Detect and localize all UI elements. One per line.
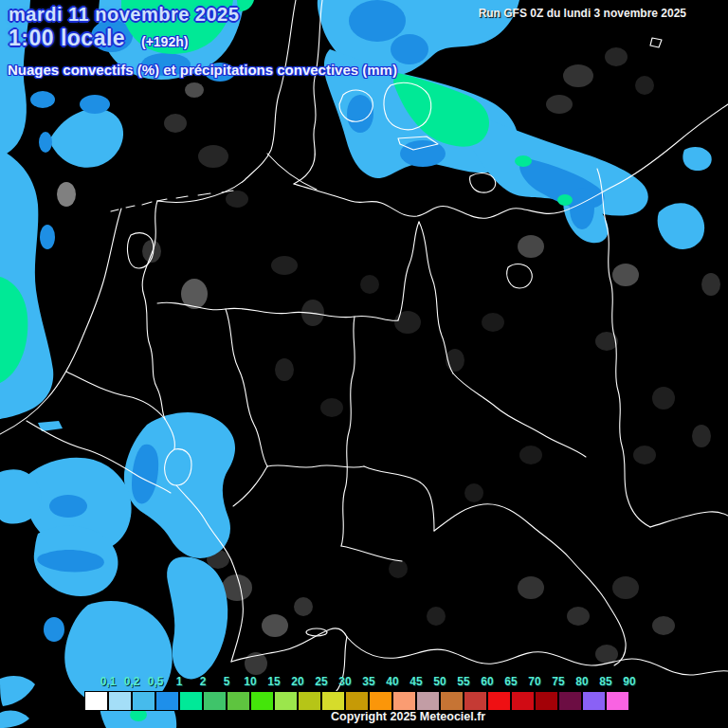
copyright-notice: Copyright 2025 Meteociel.fr (331, 711, 485, 723)
map-subtitle: Nuages convectifs (%) et précipitations … (8, 63, 397, 77)
local-time-title: 1:00 locale (9, 27, 125, 49)
map-canvas (0, 0, 728, 728)
date-title: mardi 11 novembre 2025 (9, 5, 239, 24)
weather-map-page: mardi 11 novembre 2025 1:00 locale (+192… (0, 0, 728, 728)
forecast-offset: (+192h) (141, 35, 188, 48)
model-run-info: Run GFS 0Z du lundi 3 novembre 2025 (479, 8, 686, 19)
